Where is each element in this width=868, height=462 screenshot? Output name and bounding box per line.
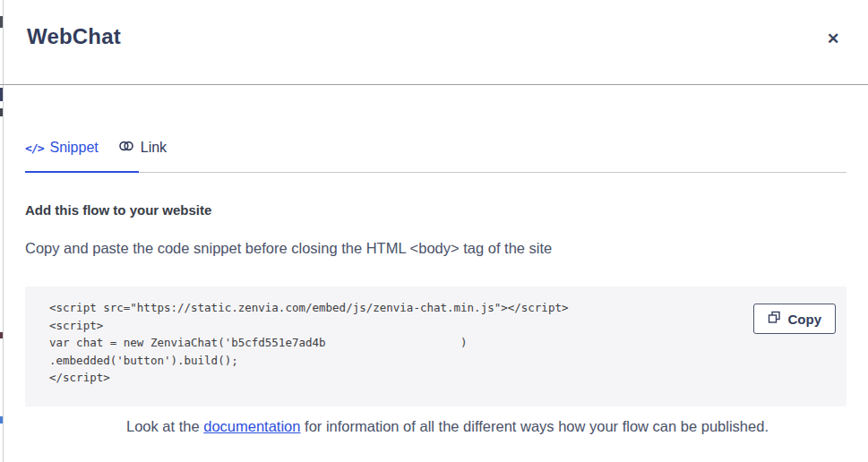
copy-icon xyxy=(768,311,781,327)
background-content-fragment xyxy=(0,416,3,424)
section-heading: Add this flow to your website xyxy=(25,202,211,218)
active-tab-indicator xyxy=(25,171,139,173)
close-icon[interactable]: ✕ xyxy=(822,28,844,49)
code-line: <script> xyxy=(49,317,739,335)
copy-button[interactable]: Copy xyxy=(753,304,837,334)
instruction-text: Copy and paste the code snippet before c… xyxy=(25,240,552,257)
code-line: .embedded('button').build(); xyxy=(49,352,739,370)
background-content-fragment xyxy=(0,108,3,116)
documentation-link[interactable]: documentation xyxy=(203,418,300,434)
tabbar-divider xyxy=(25,172,847,173)
code-line: <script src="https://static.zenvia.com/e… xyxy=(49,299,739,317)
code-line: </script> xyxy=(49,369,739,387)
modal-title: WebChat xyxy=(27,24,121,49)
documentation-note: Look at the documentation for informatio… xyxy=(126,418,769,435)
copy-button-label: Copy xyxy=(788,312,822,327)
note-prefix: Look at the xyxy=(126,418,203,434)
tab-link-label: Link xyxy=(141,140,167,156)
note-suffix: for information of all the different way… xyxy=(300,418,768,434)
embed-snippet-panel: <script src="https://static.zenvia.com/e… xyxy=(25,287,847,406)
background-content-fragment xyxy=(0,88,3,101)
tab-snippet[interactable]: </> Snippet xyxy=(25,140,99,168)
tab-snippet-label: Snippet xyxy=(49,140,98,156)
modal-header: WebChat ✕ xyxy=(0,0,868,85)
code-line: var chat = new ZenviaChat('b5cfd551e7ad4… xyxy=(49,334,739,352)
embed-code: <script src="https://static.zenvia.com/e… xyxy=(49,299,739,387)
publish-tabs: </> Snippet Link xyxy=(25,139,167,169)
background-content-fragment xyxy=(0,332,3,338)
webchat-modal: WebChat ✕ </> Snippet Link Add this flow… xyxy=(0,0,868,462)
tab-link[interactable]: Link xyxy=(118,139,167,169)
link-chain-icon xyxy=(118,139,134,157)
code-icon: </> xyxy=(25,141,43,155)
